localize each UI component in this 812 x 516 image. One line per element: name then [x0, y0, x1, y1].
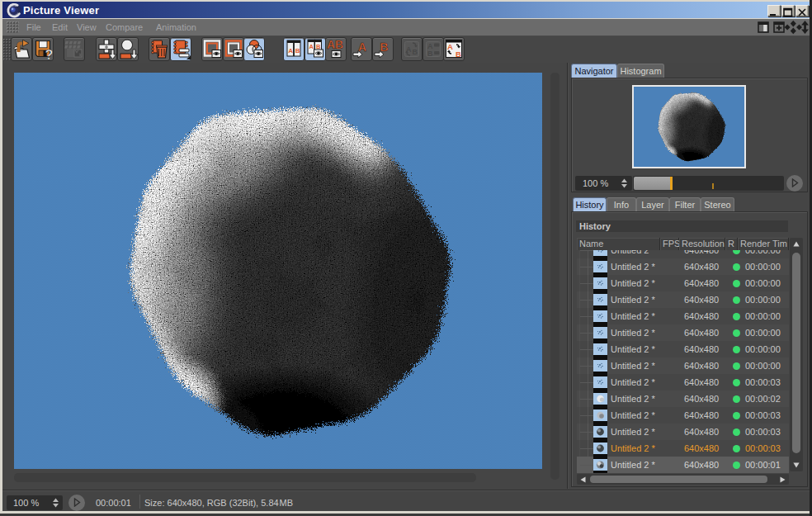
svg-text:B: B [295, 47, 300, 54]
svg-text:A: A [447, 42, 453, 51]
svg-text:?: ? [45, 48, 54, 60]
svg-text:B: B [427, 50, 433, 58]
svg-text:B: B [456, 50, 461, 59]
svg-text:A: A [288, 47, 293, 54]
svg-text:B: B [413, 48, 418, 56]
svg-text:A: A [309, 43, 314, 50]
svg-text:AB: AB [327, 38, 343, 51]
svg-text:B: B [380, 40, 388, 54]
